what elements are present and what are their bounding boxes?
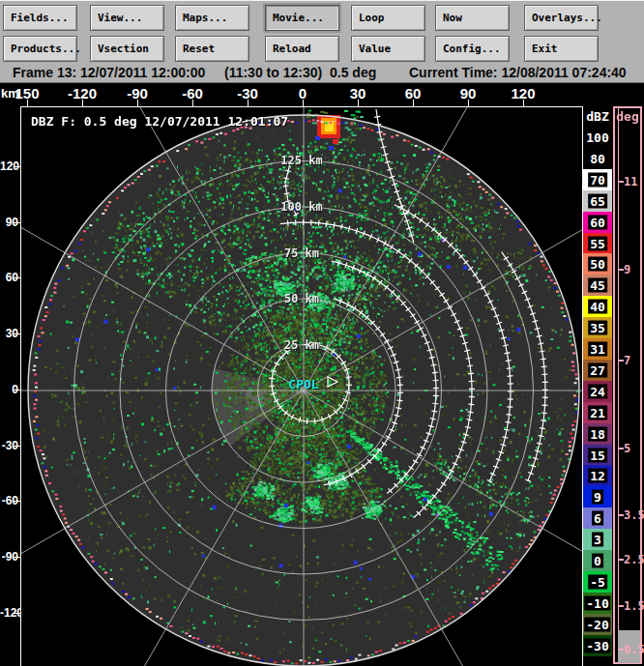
colorbar-entry: 70: [583, 169, 612, 190]
elevation-label: 0.5 deg: [330, 65, 376, 80]
toolbar-button-overlays[interactable]: Overlays...: [524, 5, 599, 31]
colorbar-entry: 6: [583, 507, 612, 529]
colorbar-entry: 100: [583, 127, 612, 148]
colorbar-entry-label: 31: [588, 342, 607, 357]
elevation-tick-label: 1.5: [624, 599, 644, 613]
range-ring-label: 25 km: [273, 338, 331, 352]
colorbar-entry-label: 50: [588, 257, 607, 272]
elevation-angle-selector[interactable]: deg 119753.52.51.50.5: [613, 106, 642, 664]
toolbar-button-loop[interactable]: Loop: [351, 5, 425, 31]
colorbar-entry: 80: [583, 148, 612, 169]
elevation-tick-2-5[interactable]: 2.5: [615, 553, 640, 566]
colorbar-entry-label: 6: [592, 511, 603, 526]
colorbar-entry-label: 24: [588, 384, 607, 398]
colorbar-entry-label: 70: [588, 172, 607, 187]
colorbar-entry-label: 40: [588, 300, 607, 314]
radar-application-window: Frame 13: 12/07/2011 12:00:00 (11:30 to …: [0, 0, 644, 666]
colorbar-entry: -10: [583, 593, 612, 614]
elevation-tick-label: 11: [624, 175, 637, 188]
range-ring-label: 75 km: [273, 246, 331, 260]
radar-site-label: CPOL: [263, 377, 344, 391]
toolbar-button-reset[interactable]: Reset: [175, 36, 249, 62]
elevation-tick-7[interactable]: 7: [615, 354, 640, 367]
range-ring-label: 100 km: [273, 200, 331, 214]
colorbar-entry: 35: [583, 317, 612, 338]
elevation-tick-3-5[interactable]: 3.5: [615, 508, 640, 522]
toolbar-button-products[interactable]: Products...: [3, 36, 77, 62]
toolbar-button-value[interactable]: Value: [351, 36, 425, 62]
elevation-tick-label: 0.5: [624, 643, 644, 656]
colorbar-entry-label: 80: [588, 151, 607, 165]
colorbar-entry-label: -30: [584, 638, 610, 652]
colorbar-entry: 55: [583, 233, 612, 254]
toolbar-button-vsection[interactable]: Vsection: [90, 36, 164, 62]
colorbar-entry-label: 9: [592, 490, 603, 505]
colorbar-entry-label: 12: [588, 469, 607, 483]
colorbar-entry: 15: [583, 445, 612, 466]
colorbar-entry-label: 45: [588, 278, 607, 293]
range-ring-label: 125 km: [273, 154, 331, 167]
elevation-tick-1-5[interactable]: 1.5: [615, 599, 640, 613]
colorbar-entry-label: 15: [588, 448, 607, 462]
status-bar: Frame 13: 12/07/2011 12:00:00 (11:30 to …: [0, 65, 644, 81]
elevation-tick-label: 2.5: [624, 553, 644, 566]
toolbar-button-fields[interactable]: Fields...: [3, 5, 77, 31]
left-axis-tick-mark: [14, 613, 20, 614]
radar-plot-area: DBZ F: 0.5 deg 12/07/2011 12:01:07 125 k…: [20, 106, 583, 666]
elevation-tick-label: 7: [624, 354, 630, 367]
colorbar-entry: 65: [583, 190, 612, 212]
colorbar-entry-label: 65: [588, 193, 607, 208]
toolbar-button-exit[interactable]: Exit: [524, 36, 599, 62]
left-axis-tick-mark: [14, 222, 20, 223]
colorbar-entry: 50: [583, 253, 612, 275]
colorbar-entry: -20: [583, 614, 612, 635]
colorbar-entry: 18: [583, 423, 612, 445]
left-axis-tick-mark: [14, 390, 20, 391]
plot-field-header: DBZ F: 0.5 deg 12/07/2011 12:01:07: [31, 114, 288, 129]
colorbar-entry: -5: [583, 571, 612, 593]
loop-interval-label: (11:30 to 12:30): [224, 65, 322, 80]
colorbar-entry-label: 60: [588, 215, 607, 229]
colorbar-entry: 9: [583, 486, 612, 507]
elevation-tick-label: 9: [624, 263, 630, 276]
current-time-label: Current Time: 12/08/2011 07:24:40: [409, 65, 627, 80]
left-axis-tick-mark: [14, 277, 20, 278]
toolbar-button-view[interactable]: View...: [90, 5, 164, 31]
elevation-tick-9[interactable]: 9: [615, 263, 640, 276]
toolbar-button-maps[interactable]: Maps...: [175, 5, 249, 31]
colorbar-entry-label: 3: [592, 533, 603, 547]
colorbar-entry: 31: [583, 338, 612, 360]
toolbar-button-now[interactable]: Now: [435, 5, 510, 31]
colorbar-entry-label: 21: [588, 405, 607, 420]
colorbar-entry-label: 100: [584, 130, 610, 145]
elevation-scale-rail: [618, 108, 619, 662]
frame-time-label: Frame 13: 12/07/2011 12:00:00: [13, 65, 205, 80]
colorbar-entry: 45: [583, 275, 612, 296]
dbz-color-scale: dBZ 100807065605550454035312724211815129…: [583, 106, 612, 666]
elevation-tick-5[interactable]: 5: [615, 442, 640, 455]
left-axis-tick-mark: [14, 557, 20, 558]
color-scale-title: dBZ: [583, 109, 612, 124]
left-axis-tick-mark: [14, 501, 20, 502]
colorbar-entry-label: -20: [584, 617, 610, 631]
colorbar-entry-label: 0: [592, 554, 603, 568]
colorbar-entry: 27: [583, 360, 612, 381]
left-axis-tick-mark: [14, 333, 20, 334]
colorbar-entry-label: 27: [588, 362, 607, 377]
toolbar-button-config[interactable]: Config...: [435, 36, 510, 62]
colorbar-entry: 60: [583, 212, 612, 233]
colorbar-entry: 24: [583, 381, 612, 402]
range-ring-label: 50 km: [273, 292, 331, 305]
colorbar-entry: 21: [583, 402, 612, 423]
colorbar-entry: 0: [583, 550, 612, 571]
colorbar-entry: 12: [583, 465, 612, 486]
toolbar: Frame 13: 12/07/2011 12:00:00 (11:30 to …: [0, 0, 644, 83]
elevation-scale-title: deg: [615, 109, 640, 124]
elevation-tick-label: 3.5: [624, 508, 644, 522]
colorbar-entry-label: -5: [588, 574, 607, 589]
colorbar-entry-label: -10: [584, 595, 610, 610]
elevation-tick-0-5[interactable]: 0.5: [615, 643, 640, 656]
toolbar-button-reload[interactable]: Reload: [265, 36, 339, 62]
elevation-tick-11[interactable]: 11: [615, 175, 640, 188]
toolbar-button-movie[interactable]: Movie...: [265, 5, 339, 31]
